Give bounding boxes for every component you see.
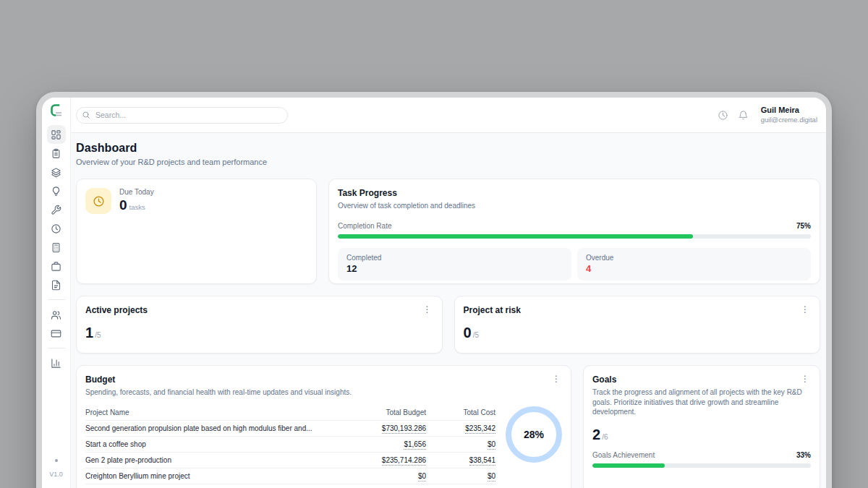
sidebar-item-dashboard[interactable]: [47, 125, 66, 144]
search-input[interactable]: [76, 107, 288, 124]
briefcase-icon: [51, 261, 61, 272]
total-budget-cell-value[interactable]: $1,656: [404, 440, 426, 450]
total-budget-cell-value[interactable]: $730,193.286: [382, 424, 426, 434]
active-projects-count: 1: [85, 325, 93, 341]
total-cost-cell-value[interactable]: $0: [488, 440, 495, 450]
total-budget-cell-value[interactable]: $0: [418, 472, 426, 481]
calculator-icon: [51, 242, 61, 253]
total-cost-cell-value[interactable]: $0: [488, 472, 495, 481]
completed-value: 12: [346, 263, 563, 274]
total-cost-cell-value[interactable]: $235,342: [465, 424, 495, 434]
task-progress-title: Task Progress: [338, 188, 811, 198]
sidebar-divider: [48, 299, 65, 300]
column-project-name: Project Name: [85, 408, 341, 416]
active-projects-value-row: 1/5: [85, 325, 433, 341]
clipboard-icon: [51, 148, 61, 159]
total-budget-cell: $235,714.286: [341, 456, 426, 464]
due-today-label: Due Today: [119, 188, 154, 196]
lightbulb-icon: [51, 186, 61, 197]
total-cost-cell: $0: [426, 440, 495, 448]
status-dot: [55, 459, 58, 462]
notifications-button[interactable]: [735, 106, 752, 124]
goals-achievement-bar: [592, 463, 811, 468]
task-progress-subtitle: Overview of task completion and deadline…: [338, 201, 811, 211]
dashboard-content: Dashboard Overview of your R&D projects …: [71, 133, 826, 488]
sidebar-footer: V1.0: [42, 459, 70, 478]
column-total-cost: Total Cost: [426, 408, 495, 416]
page-subtitle: Overview of your R&D projects and team p…: [76, 158, 820, 166]
top-bar: Guil Meira guil@creme.digital: [71, 98, 826, 133]
header-actions: Guil Meira guil@creme.digital: [715, 106, 817, 124]
total-budget-cell: $730,193.286: [341, 424, 426, 432]
sidebar-divider: [48, 348, 65, 348]
goals-denominator: /6: [602, 433, 608, 441]
sidebar-item-reports[interactable]: [47, 354, 66, 372]
kebab-menu-icon[interactable]: ⋮: [420, 304, 435, 315]
search-box: [76, 107, 288, 124]
total-cost-cell: $235,342: [426, 424, 495, 432]
project-name-cell[interactable]: Gen 2 plate pre-production: [85, 456, 341, 464]
completion-rate-label: Completion Rate: [338, 222, 391, 230]
credit-card-icon: [51, 328, 61, 339]
sidebar-item-ideas[interactable]: [47, 181, 66, 200]
project-name-cell[interactable]: Start a coffee shop: [85, 440, 341, 448]
sidebar-item-layers[interactable]: [47, 163, 66, 181]
total-budget-cell: $0: [341, 472, 426, 480]
budget-gauge-ring: 28%: [506, 406, 562, 463]
goals-achievement-value: 33%: [796, 451, 811, 459]
sidebar-item-documents[interactable]: [47, 275, 66, 294]
sidebar-item-tasks[interactable]: [47, 144, 66, 163]
user-menu[interactable]: Guil Meira guil@creme.digital: [761, 106, 817, 124]
clock-icon: [93, 195, 105, 207]
row-kpis: Active projects ⋮ 1/5 Project at risk ⋮ …: [76, 296, 820, 354]
completed-stat: Completed 12: [338, 248, 571, 281]
more-projects-label[interactable]: +1 more projects: [85, 484, 495, 488]
total-budget-cell: $1,656: [341, 440, 426, 448]
sidebar-item-time[interactable]: [47, 219, 66, 238]
goals-achievement-row: Goals Achievement 33%: [592, 451, 811, 459]
sidebar-item-tools[interactable]: [47, 200, 66, 219]
completed-label: Completed: [346, 254, 563, 262]
sidebar-item-portfolio[interactable]: [47, 257, 66, 275]
goals-count: 2: [592, 427, 600, 443]
history-button[interactable]: [715, 106, 732, 124]
due-today-count: 0: [119, 197, 127, 213]
active-projects-title: Active projects: [85, 305, 433, 315]
kebab-menu-icon[interactable]: ⋮: [798, 373, 812, 385]
active-projects-card: Active projects ⋮ 1/5: [76, 296, 443, 354]
sidebar-item-calculator[interactable]: [47, 238, 66, 257]
project-name-cell[interactable]: Creighton Beryllium mine project: [85, 472, 341, 480]
clock-icon: [718, 110, 728, 121]
due-today-unit: tasks: [129, 203, 145, 211]
layers-icon: [51, 167, 61, 178]
budget-table-body: Second generation propulsion plate based…: [85, 421, 495, 484]
sidebar-item-billing[interactable]: [47, 324, 66, 343]
user-name: Guil Meira: [761, 106, 817, 116]
app-frame: V1.0 Guil Meira: [42, 98, 826, 488]
overdue-label: Overdue: [586, 254, 802, 262]
project-name-cell[interactable]: Second generation propulsion plate based…: [85, 424, 341, 432]
total-cost-cell: $38,541: [426, 456, 495, 464]
budget-subtitle: Spending, forecasts, and financial healt…: [85, 388, 562, 398]
completion-rate-bar: [338, 234, 811, 239]
overdue-stat: Overdue 4: [577, 248, 811, 281]
main-area: Guil Meira guil@creme.digital Dashboard …: [71, 98, 826, 488]
project-at-risk-count: 0: [464, 325, 472, 341]
sidebar-item-team[interactable]: [47, 305, 66, 324]
kebab-menu-icon[interactable]: ⋮: [549, 373, 563, 385]
project-at-risk-denominator: /5: [473, 331, 479, 339]
user-email: guil@creme.digital: [761, 116, 817, 124]
users-icon: [51, 309, 61, 320]
budget-table-row: Creighton Beryllium mine project$0$0: [85, 468, 495, 484]
app-window: V1.0 Guil Meira: [36, 92, 832, 488]
total-cost-cell: $0: [426, 472, 495, 480]
active-projects-denominator: /5: [95, 331, 101, 339]
dashboard-grid-icon: [51, 129, 61, 140]
kebab-menu-icon[interactable]: ⋮: [798, 304, 812, 315]
total-cost-cell-value[interactable]: $38,541: [469, 456, 495, 466]
goals-value-row: 2/6: [592, 427, 811, 443]
page-title: Dashboard: [76, 142, 820, 155]
goals-achievement-label: Goals Achievement: [592, 451, 655, 459]
total-budget-cell-value[interactable]: $235,714.286: [382, 456, 426, 466]
budget-gauge-value: 28%: [524, 429, 544, 440]
